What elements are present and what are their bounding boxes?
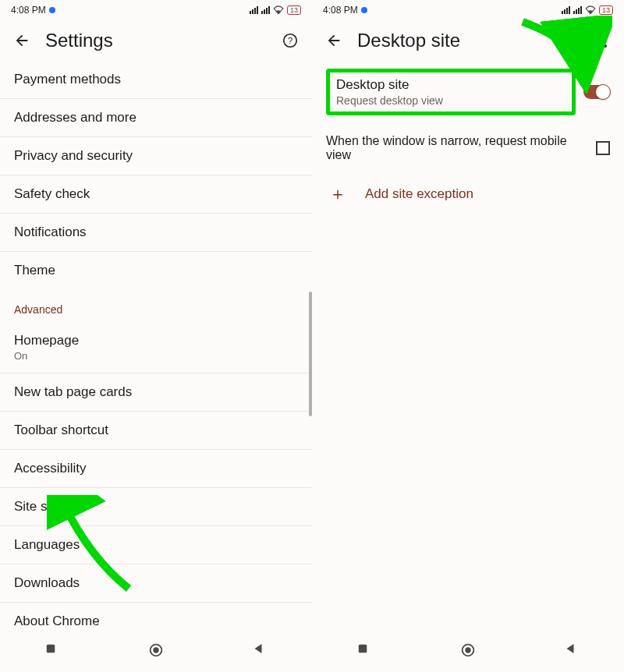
- list-item[interactable]: Downloads: [0, 564, 312, 603]
- signal-bars-icon: [573, 6, 582, 14]
- recent-apps-button[interactable]: [356, 642, 373, 659]
- item-label: Site settings: [14, 499, 87, 514]
- svg-rect-10: [358, 645, 367, 653]
- list-item[interactable]: Notifications: [0, 214, 312, 252]
- desktop-site-toggle-row[interactable]: Desktop site Request desktop view: [312, 61, 624, 126]
- list-item[interactable]: Theme: [0, 252, 312, 289]
- status-notification-dot: [49, 7, 55, 13]
- back-icon[interactable]: [324, 31, 343, 50]
- list-item[interactable]: Addresses and more: [0, 99, 312, 137]
- home-button[interactable]: [147, 642, 165, 659]
- battery-icon: 13: [599, 5, 613, 15]
- signal-bars-icon: [250, 6, 258, 14]
- page-title: Settings: [45, 30, 267, 51]
- status-bar: 4:08 PM 13: [312, 0, 624, 20]
- row-sub: Request desktop view: [336, 94, 566, 107]
- back-button[interactable]: [251, 642, 268, 659]
- list-item[interactable]: Privacy and security: [0, 137, 312, 175]
- list-item[interactable]: Payment methods: [0, 61, 312, 99]
- wifi-icon: [273, 5, 284, 16]
- item-label: Theme: [14, 263, 55, 278]
- item-label: About Chrome: [14, 614, 100, 628]
- item-label: Payment methods: [14, 72, 121, 87]
- back-button[interactable]: [563, 642, 580, 659]
- desktop-site-content: Desktop site Request desktop view When t…: [312, 61, 624, 633]
- list-item[interactable]: About Chrome: [0, 603, 312, 633]
- item-label: Safety check: [14, 186, 90, 201]
- phone-settings: 4:08 PM 13 Settings ? Payment methods Ad…: [0, 0, 312, 672]
- phone-desktop-site: 4:08 PM 13 Desktop site Desktop site R: [312, 0, 624, 672]
- svg-line-6: [578, 43, 583, 48]
- list-item[interactable]: Safety check: [0, 175, 312, 214]
- help-icon[interactable]: ?: [281, 31, 300, 50]
- svg-point-8: [604, 39, 607, 42]
- list-item[interactable]: New tab page cards: [0, 373, 312, 412]
- svg-point-12: [465, 647, 470, 653]
- svg-rect-2: [46, 645, 55, 653]
- search-icon[interactable]: [566, 31, 585, 50]
- item-label: Toolbar shortcut: [14, 423, 108, 437]
- recent-apps-button[interactable]: [44, 642, 61, 659]
- signal-bars-icon: [562, 6, 570, 14]
- back-icon[interactable]: [12, 31, 31, 50]
- item-label: New tab page cards: [14, 384, 132, 399]
- item-label: Addresses and more: [14, 110, 136, 125]
- row-title: Desktop site: [336, 77, 566, 93]
- svg-point-9: [604, 44, 607, 48]
- desktop-site-toggle[interactable]: [583, 85, 610, 99]
- list-item-site-settings[interactable]: Site settings: [0, 488, 312, 526]
- item-label: Languages: [14, 537, 80, 552]
- app-bar: Desktop site: [312, 20, 624, 61]
- battery-icon: 13: [287, 5, 301, 15]
- android-nav-bar: [312, 633, 624, 672]
- section-advanced: Advanced: [0, 289, 312, 322]
- wifi-icon: [585, 5, 596, 16]
- add-site-exception[interactable]: ＋ Add site exception: [312, 173, 624, 215]
- signal-bars-icon: [261, 6, 270, 14]
- row-title: When the window is narrow, request mobil…: [326, 134, 588, 162]
- svg-point-4: [153, 647, 158, 653]
- narrow-window-row[interactable]: When the window is narrow, request mobil…: [312, 126, 624, 173]
- highlight-box: Desktop site Request desktop view: [326, 69, 576, 115]
- page-title: Desktop site: [357, 30, 552, 51]
- android-nav-bar: [0, 633, 312, 672]
- list-item[interactable]: Languages: [0, 526, 312, 564]
- add-label: Add site exception: [365, 186, 473, 202]
- svg-point-7: [604, 34, 607, 37]
- narrow-window-checkbox[interactable]: [596, 141, 610, 155]
- item-label: Accessibility: [14, 461, 87, 476]
- list-item[interactable]: Toolbar shortcut: [0, 412, 312, 450]
- list-item-homepage[interactable]: Homepage On: [0, 322, 312, 373]
- item-label: Privacy and security: [14, 148, 133, 163]
- more-icon[interactable]: [599, 31, 612, 50]
- home-button[interactable]: [459, 642, 477, 659]
- status-notification-dot: [361, 7, 367, 13]
- svg-point-5: [570, 35, 579, 44]
- plus-icon: ＋: [329, 186, 346, 203]
- settings-list[interactable]: Payment methods Addresses and more Priva…: [0, 61, 312, 633]
- item-label: Downloads: [14, 575, 80, 590]
- svg-text:?: ?: [288, 36, 292, 45]
- status-time: 4:08 PM: [11, 5, 46, 16]
- status-time: 4:08 PM: [323, 5, 358, 16]
- app-bar: Settings ?: [0, 20, 312, 61]
- status-bar: 4:08 PM 13: [0, 0, 312, 20]
- item-label: Notifications: [14, 225, 87, 239]
- item-sublabel: On: [14, 350, 298, 362]
- list-item[interactable]: Accessibility: [0, 450, 312, 488]
- item-label: Homepage: [14, 333, 298, 348]
